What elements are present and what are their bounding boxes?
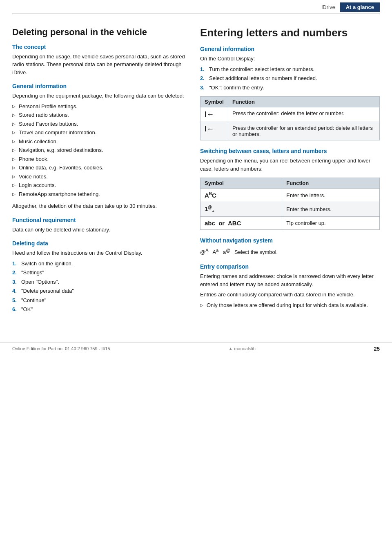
right-general-info-intro: On the Control Display: — [200, 55, 380, 63]
left-general-info-heading: General information — [12, 83, 188, 89]
step-num: 3. — [12, 278, 21, 286]
delete-all-icon: I← — [205, 125, 214, 133]
step-num: 2. — [12, 269, 21, 277]
left-column: Deleting personal in the vehicle The con… — [12, 27, 188, 318]
abc-or-ABC-icon: abc or ABC — [205, 220, 241, 227]
table-row: 1@+ Enter the numbers. — [200, 202, 380, 217]
step-num: 2. — [200, 74, 209, 82]
concept-text: Depending on the usage, the vehicle save… — [12, 53, 188, 77]
concept-heading: The concept — [12, 44, 188, 50]
symbol-cell: abc or ABC — [200, 217, 282, 230]
table-row: I← Press the controller: delete the lett… — [200, 107, 380, 122]
symbol-table-1: Symbol Function I← Press the controller:… — [200, 96, 380, 140]
header-idrive-label: iDrive — [321, 4, 340, 10]
step-text: Switch on the ignition. — [21, 260, 73, 268]
entry-comparison-text2: Entries are continuously compared with d… — [200, 291, 380, 299]
list-item: Online data, e.g. Favorites, cookies. — [12, 164, 188, 172]
list-item: Navigation, e.g. stored destinations. — [12, 146, 188, 154]
nav-symbols: @A Aa a@ — [200, 249, 230, 255]
steps-list: 1.Switch on the ignition. 2."Settings" 3… — [12, 260, 188, 314]
step-num: 4. — [12, 287, 21, 295]
step-text: "Settings" — [21, 269, 44, 277]
step-num: 3. — [200, 84, 209, 92]
entry-comparison-bullets: Only those letters are offered during in… — [200, 301, 380, 309]
right-steps-list: 1.Turn the controller: select letters or… — [200, 65, 380, 92]
function-cell: Enter the letters. — [282, 189, 380, 202]
symbol-cell: ABC — [200, 189, 282, 202]
deleting-data-heading: Deleting data — [12, 240, 188, 247]
function-cell: Press the controller: delete the letter … — [228, 107, 379, 122]
list-item: 2.Select additional letters or numbers i… — [200, 74, 380, 82]
list-item: 5."Continue" — [12, 296, 188, 305]
list-item: 1.Switch on the ignition. — [12, 260, 188, 268]
step-text: Select additional letters or numbers if … — [209, 74, 317, 82]
step-num: 1. — [12, 260, 21, 268]
list-item: Phone book. — [12, 155, 188, 163]
list-item: RemoteApp smartphone tethering. — [12, 190, 188, 198]
function-cell: Enter the numbers. — [282, 202, 380, 217]
list-item: Stored radio stations. — [12, 111, 188, 119]
list-item: 6."OK" — [12, 305, 188, 314]
list-item: Only those letters are offered during in… — [200, 301, 380, 309]
switching-text: Depending on the menu, you can reel betw… — [200, 157, 380, 173]
without-nav-section: @A Aa a@ Select the symbol. — [200, 247, 380, 257]
right-main-title: Entering letters and numbers — [200, 27, 380, 39]
list-item: 3.Open "Options". — [12, 278, 188, 286]
without-nav-heading: Without navigation system — [200, 237, 380, 244]
list-item: 1.Turn the controller: select letters or… — [200, 65, 380, 73]
left-main-title: Deleting personal in the vehicle — [12, 27, 188, 38]
table-col-symbol: Symbol — [200, 97, 228, 107]
table-col-symbol: Symbol — [200, 178, 282, 189]
symbol-cell: 1@+ — [200, 202, 282, 217]
table-col-function: Function — [282, 178, 380, 189]
table-row: abc or ABC Tip controller up. — [200, 217, 380, 230]
left-general-info-text: Depending on the equipment package, the … — [12, 92, 188, 100]
list-item: 3."OK": confirm the entry. — [200, 84, 380, 92]
deleting-data-text: Heed and follow the instructions on the … — [12, 249, 188, 257]
right-column: Entering letters and numbers General inf… — [200, 27, 380, 318]
delete-icon: I← — [205, 110, 214, 118]
footer-logo: ▲ manualslib — [228, 346, 256, 351]
functional-req-text: Data can only be deleted while stationar… — [12, 226, 188, 234]
entry-comparison-text1: Entering names and addresses: choice is … — [200, 272, 380, 288]
right-general-info-heading: General information — [200, 46, 380, 52]
table-row: ABC Enter the letters. — [200, 189, 380, 202]
step-text: "Delete personal data" — [21, 287, 74, 295]
symbol-cell: I← — [200, 122, 228, 140]
table-col-function: Function — [228, 97, 379, 107]
entry-comparison-heading: Entry comparison — [200, 263, 380, 270]
step-text: "OK": confirm the entry. — [209, 84, 264, 92]
list-item: Stored Favorites buttons. — [12, 120, 188, 128]
step-text: Open "Options". — [21, 278, 59, 286]
page-header: iDrive At a glance — [12, 0, 380, 14]
list-item: Login accounts. — [12, 181, 188, 189]
numbers-icon: 1@+ — [205, 205, 214, 212]
bullet-list: Personal Profile settings. Stored radio … — [12, 102, 188, 198]
function-cell: Tip controller up. — [282, 217, 380, 230]
step-text: "OK" — [21, 305, 33, 314]
table-row: I← Press the controller for an extended … — [200, 122, 380, 140]
footer-page: 25 — [374, 346, 380, 352]
list-item: Travel and computer information. — [12, 129, 188, 137]
list-item: 4."Delete personal data" — [12, 287, 188, 295]
step-text: Turn the controller: select letters or n… — [209, 65, 314, 73]
symbol-cell: I← — [200, 107, 228, 122]
header-at-a-glance-label: At a glance — [340, 2, 380, 12]
abc-letters-icon: ABC — [205, 192, 216, 199]
list-item: Personal Profile settings. — [12, 102, 188, 111]
general-info-footer: Altogether, the deletion of the data can… — [12, 202, 188, 210]
list-item: 2."Settings" — [12, 269, 188, 277]
step-num: 5. — [12, 296, 21, 305]
step-text: "Continue" — [21, 296, 46, 305]
list-item: Music collection. — [12, 138, 188, 146]
without-nav-text: Select the symbol. — [234, 249, 278, 255]
page-footer: Online Edition for Part no. 01 40 2 960 … — [0, 342, 392, 355]
functional-req-heading: Functional requirement — [12, 217, 188, 223]
switching-heading: Switching between cases, letters and num… — [200, 148, 380, 154]
switch-table-2: Symbol Function ABC Enter the letters. 1… — [200, 178, 380, 230]
footer-text: Online Edition for Part no. 01 40 2 960 … — [12, 346, 110, 351]
list-item: Voice notes. — [12, 173, 188, 181]
step-num: 1. — [200, 65, 209, 73]
step-num: 6. — [12, 305, 21, 314]
function-cell: Press the controller for an extended per… — [228, 122, 379, 140]
